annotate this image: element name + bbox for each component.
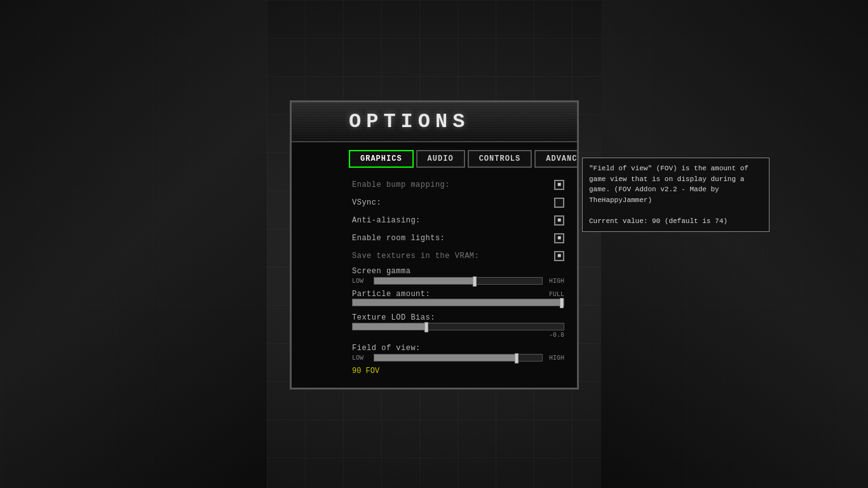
tooltip-line1: "Field of view" (FOV) is the amount of xyxy=(589,165,749,172)
save-textures-label: Save textures in the VRAM: xyxy=(352,252,554,261)
save-textures-checkbox[interactable] xyxy=(554,251,564,261)
screen-gamma-row: Screen gamma LOW HIGH xyxy=(352,267,564,285)
antialiasing-checkbox[interactable] xyxy=(554,215,564,226)
room-lights-checkbox[interactable] xyxy=(554,233,564,243)
tooltip-line6: Current value: 90 (default is 74) xyxy=(589,217,728,225)
vsync-label: VSync: xyxy=(352,198,554,207)
texture-lod-label: Texture LOD Bias: xyxy=(352,313,435,322)
vsync-checkbox[interactable] xyxy=(554,198,564,208)
screen-gamma-label: Screen gamma xyxy=(352,267,564,276)
tab-graphics[interactable]: GRAPHICS xyxy=(349,150,414,168)
title-bar: OPTIONS xyxy=(292,102,577,142)
texture-lod-slider[interactable] xyxy=(352,323,564,330)
tab-audio[interactable]: AUDIO xyxy=(416,150,465,168)
fov-current-value: 90 FOV xyxy=(352,367,564,376)
bump-mapping-row: Enable bump mapping: xyxy=(352,178,564,192)
particle-amount-label: Particle amount: xyxy=(352,290,549,299)
tooltip-box: "Field of view" (FOV) is the amount of g… xyxy=(582,158,770,232)
tooltip-line3: game. (FOV Addon v2.2 - Made by xyxy=(589,186,719,193)
tooltip-line2: game view that is on display during a xyxy=(589,175,744,183)
options-dialog: OPTIONS GRAPHICS AUDIO CONTROLS ADVANCED… xyxy=(290,100,579,390)
tooltip-line4: TheHappyJammer) xyxy=(589,196,652,204)
fov-label: Field of view: xyxy=(352,344,564,353)
gamma-low-label: LOW xyxy=(352,278,370,285)
particle-amount-row: Particle amount: FULL xyxy=(352,290,564,306)
room-lights-label: Enable room lights: xyxy=(352,234,554,243)
antialiasing-row: Anti-aliasing: xyxy=(352,214,564,227)
fov-row: Field of view: LOW HIGH xyxy=(352,344,564,362)
antialiasing-label: Anti-aliasing: xyxy=(352,216,554,225)
tabs-row: GRAPHICS AUDIO CONTROLS ADVANCED xyxy=(292,142,577,173)
texture-lod-row: Texture LOD Bias: -0.8 xyxy=(352,311,564,339)
fov-low-label: LOW xyxy=(352,355,370,362)
bg-right-panel xyxy=(601,0,868,488)
settings-area: Enable bump mapping: VSync: Anti-aliasin… xyxy=(292,173,577,381)
particle-amount-slider[interactable] xyxy=(352,299,564,306)
back-btn-row: Back xyxy=(292,381,577,390)
vsync-row: VSync: xyxy=(352,196,564,210)
fov-slider[interactable] xyxy=(374,354,543,362)
particle-full-label: FULL xyxy=(549,291,564,298)
bg-left-panel xyxy=(0,0,267,488)
room-lights-row: Enable room lights: xyxy=(352,231,564,245)
fov-high-label: HIGH xyxy=(546,355,564,362)
texture-lod-value: -0.8 xyxy=(352,332,564,339)
bump-mapping-label: Enable bump mapping: xyxy=(352,180,554,189)
gamma-high-label: HIGH xyxy=(546,278,564,285)
save-textures-row: Save textures in the VRAM: xyxy=(352,249,564,263)
tab-controls[interactable]: CONTROLS xyxy=(468,150,532,168)
bump-mapping-checkbox[interactable] xyxy=(554,180,564,190)
screen-gamma-slider[interactable] xyxy=(374,277,543,285)
dialog-title: OPTIONS xyxy=(349,110,470,133)
tab-advanced[interactable]: ADVANCED xyxy=(534,150,579,168)
